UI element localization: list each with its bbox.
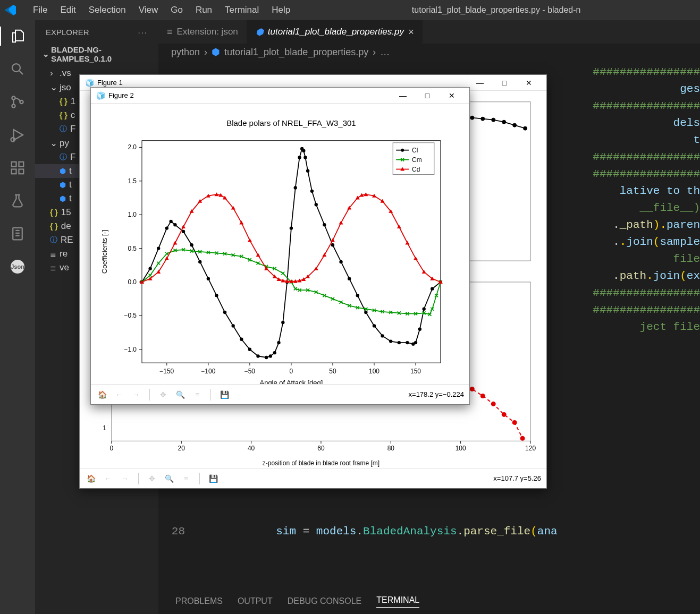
svg-point-32 (502, 120, 506, 124)
panel-output[interactable]: OUTPUT (238, 596, 273, 606)
json-badge-icon[interactable]: Json (8, 257, 27, 276)
run-debug-icon[interactable] (8, 125, 27, 144)
forward-icon[interactable]: → (130, 389, 142, 400)
panel-debug-console[interactable]: DEBUG CONSOLE (288, 596, 362, 606)
menu-file[interactable]: File (27, 5, 54, 15)
settings-icon: ≡ (167, 27, 173, 38)
tab-extension-json[interactable]: ≡ Extension: json (158, 20, 247, 44)
svg-text:120: 120 (525, 445, 536, 452)
svg-text:Cd: Cd (412, 166, 420, 173)
svg-point-115 (398, 341, 401, 344)
svg-rect-8 (19, 169, 24, 174)
zoom-icon[interactable]: 🔍 (174, 389, 186, 400)
svg-text:Blade polars of NREL_FFA_W3_30: Blade polars of NREL_FFA_W3_301 (226, 118, 356, 127)
panel-terminal[interactable]: TERMINAL (376, 595, 419, 608)
menu-edit[interactable]: Edit (54, 5, 82, 15)
menu-run[interactable]: Run (189, 5, 218, 15)
activity-bar: Json (0, 20, 35, 614)
svg-rect-7 (12, 169, 16, 174)
svg-text:−50: −50 (244, 368, 256, 375)
figure-2-titlebar[interactable]: 🧊 Figure 2 — □ ✕ (91, 88, 469, 104)
svg-point-118 (414, 341, 417, 344)
minimize-icon[interactable]: — (468, 79, 492, 87)
svg-point-109 (348, 277, 351, 280)
panel-tabs: PROBLEMS OUTPUT DEBUG CONSOLE TERMINAL (158, 589, 700, 614)
home-icon[interactable]: 🏠 (96, 389, 108, 400)
testing-icon[interactable] (8, 191, 27, 210)
svg-point-91 (265, 356, 268, 359)
back-icon[interactable]: ← (102, 473, 114, 484)
search-icon[interactable] (8, 59, 27, 79)
figure-2-canvas[interactable]: Blade polars of NREL_FFA_W3_301−150−100−… (91, 104, 469, 384)
window-title: tutorial1_plot_blade_properties.py - bla… (297, 5, 696, 15)
svg-point-88 (240, 338, 243, 341)
more-icon[interactable]: ··· (138, 28, 148, 37)
svg-point-37 (470, 387, 474, 391)
figure-1-toolbar: 🏠 ← → ✥ 🔍 ≡ 💾 x=107.7 y=5.26 (80, 468, 546, 488)
forward-icon[interactable]: → (119, 473, 131, 484)
panel-problems[interactable]: PROBLEMS (175, 596, 223, 606)
svg-point-76 (148, 267, 151, 270)
svg-point-29 (470, 116, 474, 120)
matplotlib-icon: 🧊 (96, 91, 105, 100)
configure-icon[interactable]: ≡ (191, 389, 203, 400)
home-icon[interactable]: 🏠 (85, 473, 97, 484)
workspace-name[interactable]: ⌄ BLADED-NG-SAMPLES_0.1.0 (35, 42, 158, 66)
save-icon[interactable]: 💾 (207, 473, 219, 484)
svg-point-89 (248, 348, 251, 351)
configure-icon[interactable]: ≡ (180, 473, 192, 484)
svg-text:−0.5: −0.5 (124, 312, 137, 319)
svg-text:1: 1 (103, 424, 106, 432)
extensions-icon[interactable] (8, 158, 27, 177)
svg-text:20: 20 (178, 445, 185, 452)
menu-view[interactable]: View (132, 5, 165, 15)
svg-point-101 (302, 149, 305, 152)
svg-point-121 (431, 287, 434, 290)
svg-point-95 (281, 321, 284, 324)
menu-selection[interactable]: Selection (82, 5, 132, 15)
svg-point-107 (331, 243, 334, 246)
svg-point-83 (198, 260, 201, 263)
maximize-icon[interactable]: □ (415, 91, 440, 100)
svg-point-106 (323, 223, 326, 226)
maximize-icon[interactable]: □ (492, 79, 517, 87)
close-icon[interactable]: ✕ (517, 79, 541, 87)
close-icon[interactable]: ✕ (440, 91, 464, 100)
figure-2-window[interactable]: 🧊 Figure 2 — □ ✕ Blade polars of NREL_FF… (90, 87, 470, 405)
save-icon[interactable]: 💾 (218, 389, 230, 400)
svg-text:60: 60 (317, 445, 325, 452)
svg-point-39 (492, 402, 495, 406)
back-icon[interactable]: ← (113, 389, 125, 400)
svg-point-120 (422, 308, 425, 311)
menu-go[interactable]: Go (164, 5, 189, 15)
svg-point-31 (492, 118, 495, 122)
pan-icon[interactable]: ✥ (157, 389, 169, 400)
zoom-icon[interactable]: 🔍 (163, 473, 175, 484)
svg-point-40 (502, 413, 506, 416)
svg-point-82 (190, 243, 193, 246)
chevron-down-icon: ⌄ (43, 49, 49, 59)
explorer-icon[interactable] (0, 27, 35, 46)
svg-text:2.0: 2.0 (128, 143, 137, 151)
notebook-icon[interactable] (8, 224, 27, 243)
svg-point-41 (513, 421, 517, 424)
titlebar: File Edit Selection View Go Run Terminal… (0, 0, 700, 20)
pan-icon[interactable]: ✥ (146, 473, 158, 484)
chevron-right-icon: › (373, 47, 376, 58)
svg-point-119 (418, 328, 421, 331)
svg-text:80: 80 (387, 445, 395, 452)
svg-point-110 (356, 294, 359, 297)
svg-text:50: 50 (329, 368, 336, 375)
svg-point-111 (364, 311, 367, 314)
close-icon[interactable]: × (408, 27, 414, 38)
svg-text:0: 0 (290, 368, 293, 375)
source-control-icon[interactable] (8, 92, 27, 112)
menu-terminal[interactable]: Terminal (218, 5, 265, 15)
tab-tutorial1[interactable]: ⬢ tutorial1_plot_blade_properties.py × (247, 20, 423, 44)
svg-point-90 (256, 354, 259, 357)
svg-text:Cm: Cm (412, 156, 422, 164)
menu-help[interactable]: Help (265, 5, 297, 15)
svg-point-87 (231, 324, 234, 327)
minimize-icon[interactable]: — (391, 91, 415, 100)
breadcrumb[interactable]: python › ⬢ tutorial1_plot_blade_properti… (158, 44, 700, 61)
